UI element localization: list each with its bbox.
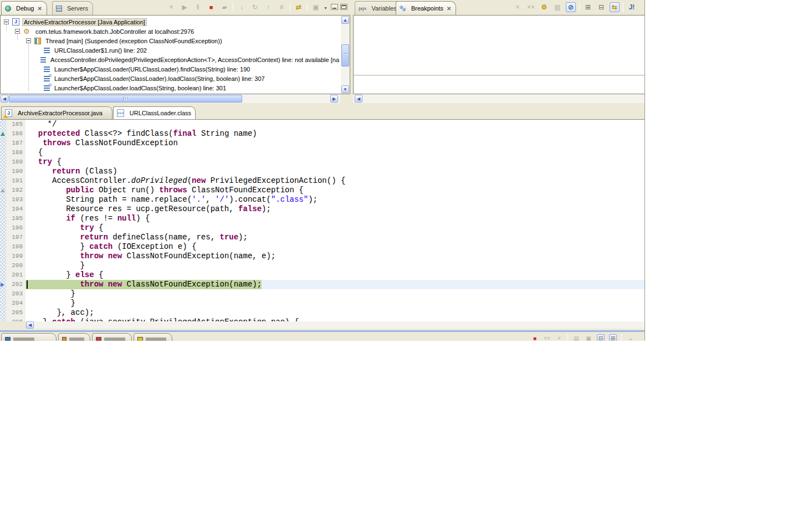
view-menu-icon[interactable]: ▣ (311, 2, 321, 12)
eclipse-debug-window: Debug ✕ Servers ×▶‖■▰↓↻↑≡⇄▣ ▼ JArchiveEx… (0, 0, 645, 341)
skip-all-breakpoints-icon[interactable]: ⊘ (566, 2, 576, 12)
remove-breakpoint-icon[interactable]: × (513, 2, 523, 12)
add-java-exception-breakpoint-icon[interactable]: J! (627, 2, 637, 12)
use-step-filters-icon[interactable]: ⇄ (294, 2, 304, 12)
editor-tab-urlclassloader[interactable]: 010 URLClassLoader.class ✕ (113, 106, 196, 119)
bottom-view-tabrow: ■×××▤▣⊟⊞→ (0, 332, 645, 341)
code-line: protected Class<?> findClass(final Strin… (25, 129, 645, 139)
step-over-icon[interactable]: ↻ (250, 2, 260, 12)
hscroll-thumb[interactable] (9, 95, 242, 103)
minimize-icon[interactable] (331, 4, 338, 10)
debug-tree-hscrollbar[interactable]: ◀ ▶ (0, 94, 340, 103)
debug-tree-vscrollbar[interactable]: ▲ ▼ (341, 16, 350, 94)
scroll-right-icon[interactable]: ▶ (330, 95, 338, 103)
show-supported-breakpoints-icon[interactable]: ⚙ (539, 2, 549, 12)
tab-servers-label: Servers (67, 5, 88, 12)
debug-tree-item-label: URLClassLoader$1.run() line: 202 (53, 47, 149, 54)
source-code[interactable]: */ protected Class<?> findClass(final St… (25, 120, 645, 321)
debug-tree-item-label: Launcher$AppClassLoader(URLClassLoader).… (53, 65, 252, 73)
stack-frame-sync-icon (44, 85, 50, 91)
override-indicator-hollow-icon[interactable] (1, 188, 5, 192)
code-line: try { (25, 223, 645, 233)
code-line: throws ClassNotFoundException (25, 139, 645, 148)
bottom-tab-4-icon (137, 337, 143, 341)
editor-tab-archiveextractorprocessor[interactable]: J ArchiveExtractorProcessor.java (1, 106, 112, 119)
debug-tree-item-label: Launcher$AppClassLoader.loadClass(String… (53, 84, 228, 92)
code-line: } (25, 289, 645, 299)
code-line: } (25, 261, 645, 270)
annotation-ruler (0, 120, 6, 321)
show-console-icon[interactable]: ⊞ (609, 334, 617, 341)
editor-tab-label: URLClassLoader.class (130, 110, 191, 116)
pin-icon[interactable]: ▣ (585, 334, 592, 341)
tab-debug[interactable]: Debug ✕ (1, 1, 47, 15)
terminate-icon[interactable]: ■ (531, 334, 539, 341)
bottom-tab-4[interactable] (134, 333, 172, 341)
tab-breakpoints[interactable]: Breakpoints ✕ (396, 1, 456, 15)
scroll-up-icon[interactable]: ▲ (341, 16, 349, 24)
clear-icon[interactable]: × (555, 334, 563, 341)
bottom-tab-2[interactable] (58, 333, 90, 341)
instruction-pointer-icon[interactable] (1, 283, 4, 287)
collapse-icon[interactable] (4, 19, 9, 24)
debug-tree-item[interactable]: Thread [main] (Suspended (exception Clas… (1, 36, 341, 45)
bug-icon (5, 6, 11, 12)
resume-icon[interactable]: ▶ (180, 2, 190, 12)
doc-icon[interactable]: ▤ (572, 334, 580, 341)
tab-label (104, 337, 125, 341)
open-console-icon[interactable]: → (626, 334, 634, 341)
debug-tree-item[interactable]: ⚙com.telus.framework.batch.JobController… (1, 27, 341, 36)
disconnect-icon[interactable]: ▰ (219, 2, 229, 12)
bottom-tab-3[interactable] (92, 333, 132, 341)
line-number: 196 (6, 223, 25, 233)
sash[interactable] (0, 330, 645, 332)
suspend-icon[interactable]: ‖ (193, 2, 203, 12)
scroll-left-icon[interactable]: ◀ (1, 95, 8, 103)
scroll-down-icon[interactable]: ▼ (341, 85, 349, 93)
tab-servers[interactable]: Servers (52, 1, 93, 15)
debug-tree-item[interactable]: URLClassLoader$1.run() line: 202 (1, 45, 341, 55)
tab-variables[interactable]: (x)= Variables (355, 1, 402, 15)
lock-scroll-icon[interactable]: ⊟ (597, 334, 605, 341)
bottom-tab-1[interactable] (1, 333, 57, 341)
debug-tree-item[interactable]: AccessController.doPrivileged(Privileged… (1, 55, 341, 64)
close-icon[interactable]: ✕ (37, 6, 42, 12)
terminate-icon[interactable]: ■ (206, 2, 216, 12)
debug-tree-item[interactable]: JArchiveExtractorProcessor [Java Applica… (1, 17, 341, 27)
close-icon[interactable]: ✕ (195, 110, 196, 116)
editor-tab-label: ArchiveExtractorProcessor.java (18, 110, 103, 116)
collapse-icon[interactable] (15, 29, 20, 34)
tab-label (13, 337, 34, 341)
editor-hscrollbar[interactable]: ◀ (0, 321, 645, 329)
go-to-file-icon[interactable]: ▤ (553, 2, 562, 12)
code-editor[interactable]: 1851861871881891901911921931941951961971… (0, 119, 645, 321)
code-line: }, acc); (25, 308, 645, 318)
view-menu-chevron-icon[interactable]: ▼ (324, 6, 328, 10)
drop-to-frame-icon[interactable]: ≡ (277, 2, 287, 12)
link-with-debug-icon[interactable]: ⇆ (610, 2, 620, 12)
close-icon[interactable]: ✕ (447, 6, 451, 12)
code-line: return defineClass(name, res, true); (25, 233, 645, 242)
expand-all-icon[interactable]: ⊞ (583, 2, 593, 12)
scroll-left-icon[interactable]: ◀ (355, 95, 362, 103)
toolbar-separator (621, 334, 622, 341)
line-number: 205 (6, 308, 25, 318)
scroll-left-icon[interactable]: ◀ (26, 321, 34, 329)
line-number: 192 (6, 186, 25, 195)
debug-tree-item-label: ArchiveExtractorProcessor [Java Applicat… (22, 18, 147, 26)
remove-all-icon[interactable]: ×× (543, 334, 551, 341)
maximize-icon[interactable] (340, 4, 347, 10)
debug-tree-item[interactable]: Launcher$AppClassLoader(URLClassLoader).… (1, 64, 341, 74)
debug-tree-item[interactable]: Launcher$AppClassLoader(ClassLoader).loa… (1, 74, 341, 83)
breakpoints-hscrollbar[interactable]: ◀ (353, 94, 645, 103)
step-into-icon[interactable]: ↓ (237, 2, 247, 12)
debug-tree-item[interactable]: Launcher$AppClassLoader.loadClass(String… (1, 83, 341, 93)
vscroll-thumb[interactable] (341, 44, 349, 66)
collapse-icon[interactable] (26, 38, 31, 43)
override-indicator-icon[interactable] (1, 132, 5, 136)
remove-all-terminated-icon[interactable]: × (166, 2, 176, 12)
collapse-all-icon[interactable]: ⊟ (596, 2, 606, 12)
remove-all-breakpoints-icon[interactable]: ×× (526, 2, 536, 12)
step-return-icon[interactable]: ↑ (263, 2, 273, 12)
bottom-tab-2-icon (62, 337, 66, 341)
